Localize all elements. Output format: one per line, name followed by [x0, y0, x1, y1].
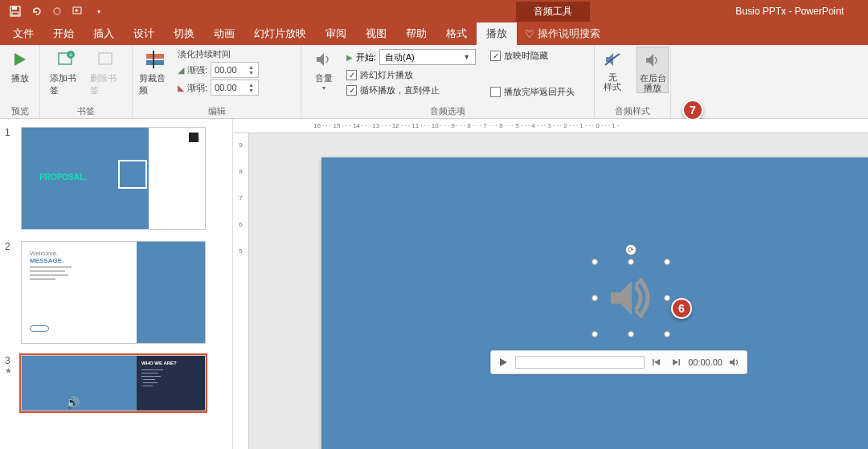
bookmark-add-icon: +	[55, 48, 77, 71]
slide3-title: WHO WE ARE?	[141, 361, 200, 365]
vr-9: 9	[239, 141, 242, 149]
tab-format[interactable]: 格式	[436, 22, 477, 45]
fade-out-input[interactable]: 00.00▲▼	[211, 80, 259, 96]
play-across-checkbox[interactable]: ✓跨幻灯片播放	[346, 69, 476, 81]
svg-line-13	[637, 312, 641, 316]
slide-thumbnail-panel[interactable]: 1 PROPOSAL. 2 Welcome.MESSAGE. ▬▬▬▬▬▬▬▬▬…	[0, 119, 233, 449]
svg-rect-8	[99, 53, 112, 64]
group-audio-options: 音频选项	[301, 105, 594, 117]
vr-5: 5	[239, 247, 242, 255]
vertical-ruler[interactable]: 9 8 7 6 5	[233, 133, 249, 449]
vr-8: 8	[239, 168, 242, 175]
start-dropdown[interactable]: 自动(A) ▼	[379, 49, 476, 65]
svg-rect-14	[653, 359, 654, 365]
volume-label: 音量	[315, 72, 333, 84]
audio-icon-thumb: 🔊	[66, 396, 80, 409]
tab-playback[interactable]: 播放	[477, 22, 517, 45]
tab-file[interactable]: 文件	[3, 22, 43, 45]
tab-insert[interactable]: 插入	[84, 22, 124, 45]
rewind-label: 播放完毕返回开头	[504, 86, 575, 98]
resize-handle-s[interactable]	[628, 331, 634, 337]
play-in-background-button[interactable]: 在后台 播放	[637, 47, 669, 93]
resize-handle-ne[interactable]	[664, 259, 670, 265]
no-style-button[interactable]: 无 样式	[596, 47, 628, 93]
group-audio-style: 音频样式	[595, 105, 670, 117]
svg-line-12	[637, 280, 641, 284]
start-play-icon: ▶	[346, 53, 353, 62]
fade-out-label: 渐弱:	[187, 82, 207, 94]
slide-canvas[interactable]: ⟳ 6	[321, 157, 868, 449]
tab-slideshow[interactable]: 幻灯片放映	[244, 22, 316, 45]
resize-handle-sw[interactable]	[592, 331, 598, 337]
play-across-label: 跨幻灯片播放	[360, 69, 413, 81]
undo-icon[interactable]	[27, 2, 45, 20]
tab-design[interactable]: 设计	[124, 22, 164, 45]
player-time: 00:00.00	[688, 357, 723, 367]
remove-bookmark-label: 删除书签	[90, 72, 122, 96]
chevron-down-icon: ▼	[463, 53, 470, 61]
volume-icon	[313, 48, 335, 71]
svg-rect-1	[12, 6, 17, 10]
remove-bookmark-button: 删除书签	[90, 47, 122, 96]
resize-handle-se[interactable]	[664, 331, 670, 337]
loop-checkbox[interactable]: ✓循环播放，直到停止	[346, 84, 476, 96]
tab-view[interactable]: 视图	[356, 22, 396, 45]
group-editing: 编辑	[133, 105, 301, 117]
save-icon[interactable]	[6, 2, 24, 20]
svg-text:+: +	[69, 51, 73, 59]
slide2-message: MESSAGE.	[30, 257, 63, 264]
bg-play-label: 在后台 播放	[640, 73, 666, 92]
thumbnail-slide-2[interactable]: Welcome.MESSAGE. ▬▬▬▬▬▬▬▬▬▬▬▬▬▬▬▬▬▬▬▬▬▬▬…	[21, 241, 206, 344]
no-style-icon	[601, 48, 624, 71]
resize-handle-e[interactable]	[664, 295, 670, 301]
tab-home[interactable]: 开始	[43, 22, 84, 45]
resize-handle-nw[interactable]	[592, 259, 598, 265]
player-progress[interactable]	[515, 356, 645, 369]
thumb-number-2: 2	[5, 241, 16, 344]
tab-transitions[interactable]: 切换	[164, 22, 204, 45]
tab-review[interactable]: 审阅	[316, 22, 356, 45]
svg-rect-10	[146, 60, 164, 65]
resize-handle-w[interactable]	[592, 295, 598, 301]
horizontal-ruler[interactable]: 16 · · · 15 · · · 14 · · · 13 · · · 12 ·…	[233, 119, 868, 133]
tab-help[interactable]: 帮助	[396, 22, 436, 45]
document-title: Busio PPTx - PowerPoint	[735, 6, 844, 17]
loop-label: 循环播放，直到停止	[360, 84, 440, 96]
svg-rect-11	[153, 51, 154, 68]
tell-me-search[interactable]: ♡ 操作说明搜索	[525, 27, 600, 41]
rotation-handle[interactable]: ⟳	[625, 244, 637, 255]
player-volume-button[interactable]	[727, 355, 742, 369]
group-bookmarks: 书签	[40, 105, 132, 117]
fade-out-value: 00.00	[215, 83, 237, 92]
annotation-step-7: 7	[682, 100, 703, 120]
qat-customize-icon[interactable]: ▾	[90, 2, 108, 20]
fade-duration-label: 淡化持续时间	[178, 48, 259, 60]
add-bookmark-button[interactable]: + 添加书签	[50, 47, 82, 96]
trim-label: 剪裁音频	[139, 72, 171, 96]
play-icon	[9, 48, 31, 71]
svg-rect-9	[146, 54, 164, 59]
rewind-checkbox[interactable]: 播放完毕返回开头	[490, 86, 575, 98]
trim-audio-button[interactable]: 剪裁音频	[139, 47, 171, 96]
redo-icon[interactable]	[48, 2, 66, 20]
volume-button[interactable]: 音量 ▾	[308, 47, 340, 98]
player-skip-back[interactable]	[649, 355, 664, 369]
fade-out-icon: ◣	[178, 83, 184, 93]
audio-object[interactable]: ⟳	[595, 262, 667, 334]
play-preview-button[interactable]: 播放	[4, 47, 36, 84]
svg-point-3	[54, 8, 60, 14]
start-from-beginning-icon[interactable]	[69, 2, 87, 20]
add-bookmark-label: 添加书签	[50, 72, 82, 96]
player-play-button[interactable]	[496, 355, 510, 369]
audio-player-bar[interactable]: 00:00.00	[490, 350, 747, 374]
animation-star-icon: ★	[5, 366, 16, 375]
thumbnail-slide-3[interactable]: WHO WE ARE?▬▬▬▬▬▬▬▬▬▬▬▬▬▬▬▬▬▬▬▬▬▬▬▬• ▬▬▬…	[21, 355, 206, 411]
fade-in-input[interactable]: 00.00▲▼	[211, 62, 259, 78]
tab-animations[interactable]: 动画	[204, 22, 244, 45]
resize-handle-n[interactable]	[628, 259, 634, 265]
player-skip-fwd[interactable]	[669, 355, 683, 369]
svg-rect-2	[12, 12, 18, 15]
start-value: 自动(A)	[385, 51, 415, 63]
thumbnail-slide-1[interactable]: PROPOSAL.	[21, 127, 206, 230]
hide-during-show-checkbox[interactable]: ✓放映时隐藏	[490, 50, 575, 62]
